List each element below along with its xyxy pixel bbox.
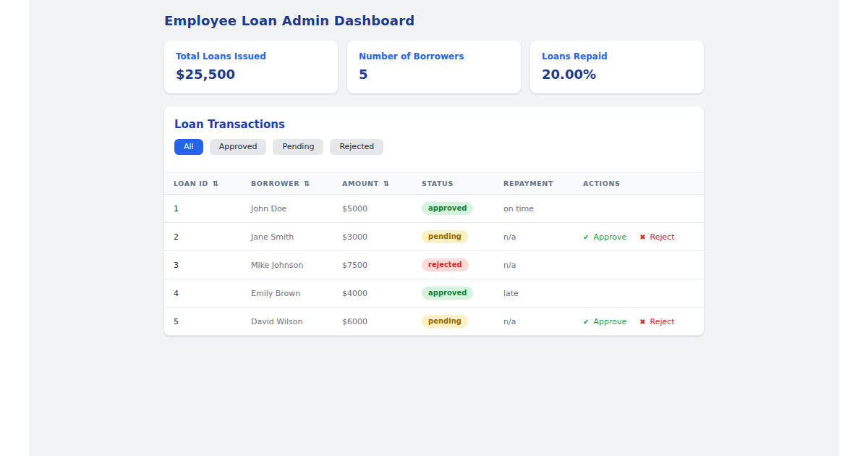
loan-table-body: 1 John Doe $5000 approved on time 2 Jane… (164, 195, 704, 336)
approve-label: Approve (593, 232, 626, 242)
loan-table-head: Loan ID⇅ Borrower⇅ Amount⇅ Status Repaym (164, 173, 704, 195)
loan-id-cell: 5 (164, 308, 242, 336)
stat-label: Number of Borrowers (359, 51, 509, 62)
loan-id-cell: 4 (164, 279, 242, 308)
amount-cell: $3000 (333, 223, 412, 251)
stat-card-loans-repaid: Loans Repaid 20.00% (530, 41, 704, 93)
amount-cell: $5000 (333, 195, 412, 223)
status-cell: pending (412, 308, 494, 336)
approve-action[interactable]: ✔Approve (583, 317, 626, 326)
stats-row: Total Loans Issued $25,500 Number of Bor… (164, 41, 704, 93)
actions-cell: ✔Approve✖Reject (574, 223, 704, 251)
amount-cell: $7500 (333, 251, 412, 279)
approve-action[interactable]: ✔Approve (583, 232, 626, 242)
sort-icon[interactable]: ⇅ (383, 180, 390, 187)
reject-action[interactable]: ✖Reject (639, 232, 675, 242)
column-header-borrower[interactable]: Borrower⇅ (242, 173, 333, 195)
stat-value: $25,500 (176, 67, 326, 82)
loan-transactions-card: Loan Transactions All Approved Pending R… (164, 106, 704, 336)
status-badge: pending (422, 315, 468, 328)
status-cell: rejected (412, 251, 494, 279)
borrower-cell: Mike Johnson (242, 251, 333, 279)
stat-label: Total Loans Issued (176, 51, 326, 62)
stat-value: 5 (359, 67, 509, 82)
repayment-cell: n/a (494, 223, 574, 251)
actions-cell: ✔Approve✖Reject (574, 308, 704, 336)
x-icon: ✖ (639, 233, 645, 241)
check-icon: ✔ (583, 318, 589, 326)
section-title: Loan Transactions (174, 118, 694, 131)
loan-id-cell: 2 (164, 223, 242, 251)
status-cell: approved (412, 279, 494, 308)
borrower-cell: Jane Smith (242, 223, 333, 251)
reject-label: Reject (650, 317, 675, 326)
repayment-cell: n/a (494, 308, 574, 336)
actions-cell (574, 195, 704, 223)
loan-table: Loan ID⇅ Borrower⇅ Amount⇅ Status Repaym (164, 172, 704, 336)
borrower-cell: John Doe (242, 195, 333, 223)
filter-pending-button[interactable]: Pending (273, 139, 323, 155)
check-icon: ✔ (583, 233, 589, 241)
approve-label: Approve (593, 317, 626, 326)
table-row: 1 John Doe $5000 approved on time (164, 195, 704, 223)
stat-card-total-loans: Total Loans Issued $25,500 (164, 41, 338, 93)
row-actions: ✔Approve✖Reject (583, 232, 675, 242)
borrower-cell: Emily Brown (242, 279, 333, 308)
x-icon: ✖ (639, 318, 645, 326)
column-header-actions: Actions (574, 173, 704, 195)
column-header-loan-id[interactable]: Loan ID⇅ (164, 173, 242, 195)
repayment-cell: n/a (494, 251, 574, 279)
stat-card-borrowers: Number of Borrowers 5 (347, 41, 521, 93)
status-cell: approved (412, 195, 494, 223)
amount-cell: $4000 (333, 279, 412, 308)
status-badge: rejected (422, 258, 469, 271)
borrower-cell: David Wilson (242, 308, 333, 336)
amount-cell: $6000 (333, 308, 412, 336)
column-header-status: Status (412, 173, 494, 195)
table-row: 3 Mike Johnson $7500 rejected n/a (164, 251, 704, 279)
sort-icon[interactable]: ⇅ (304, 180, 310, 187)
status-badge: approved (422, 202, 473, 215)
stat-value: 20.00% (542, 67, 692, 82)
stat-label: Loans Repaid (542, 51, 692, 62)
reject-action[interactable]: ✖Reject (639, 317, 675, 326)
status-filters: All Approved Pending Rejected (174, 139, 694, 155)
status-cell: pending (412, 223, 494, 251)
actions-cell (574, 251, 704, 279)
loan-id-cell: 1 (164, 195, 242, 223)
column-label: Borrower (251, 180, 299, 187)
filter-rejected-button[interactable]: Rejected (330, 139, 383, 155)
column-label: Actions (583, 180, 620, 187)
column-label: Status (422, 180, 454, 187)
column-label: Loan ID (174, 180, 208, 187)
app-panel: Employee Loan Admin Dashboard Total Loan… (29, 0, 839, 456)
loan-transactions-header: Loan Transactions All Approved Pending R… (164, 106, 704, 155)
actions-cell (574, 279, 704, 308)
table-row: 4 Emily Brown $4000 approved late (164, 279, 704, 308)
column-label: Amount (342, 180, 379, 187)
column-header-repayment: Repayment (494, 173, 574, 195)
sort-icon[interactable]: ⇅ (213, 180, 219, 187)
repayment-cell: late (494, 279, 574, 308)
filter-all-button[interactable]: All (174, 139, 203, 155)
repayment-cell: on time (494, 195, 574, 223)
filter-approved-button[interactable]: Approved (210, 139, 267, 155)
table-row: 5 David Wilson $6000 pending n/a ✔Approv… (164, 308, 704, 336)
page-title: Employee Loan Admin Dashboard (164, 13, 704, 28)
dashboard-content: Employee Loan Admin Dashboard Total Loan… (164, 0, 704, 336)
row-actions: ✔Approve✖Reject (583, 317, 675, 326)
status-badge: approved (422, 287, 473, 300)
column-label: Repayment (503, 180, 553, 187)
status-badge: pending (422, 230, 468, 243)
table-row: 2 Jane Smith $3000 pending n/a ✔Approve✖… (164, 223, 704, 251)
column-header-amount[interactable]: Amount⇅ (333, 173, 412, 195)
reject-label: Reject (650, 232, 675, 242)
loan-id-cell: 3 (164, 251, 242, 279)
